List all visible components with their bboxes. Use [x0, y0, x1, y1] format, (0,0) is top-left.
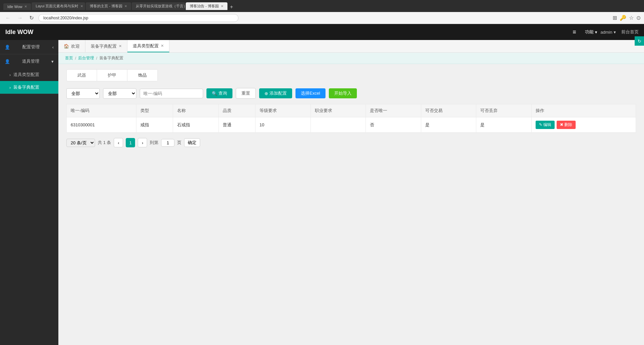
- account-icon[interactable]: ⊙: [636, 15, 641, 21]
- table-header: 唯一-编码 类型 名称 品质 等级要求 职业要求 是否唯一 可否交易 可否丢弃 …: [67, 104, 636, 117]
- type-filter-select[interactable]: 全部 戒指 项链 手镯: [66, 88, 100, 99]
- excel-btn-label: 选择Excel: [301, 90, 320, 96]
- data-table: 唯一-编码 类型 名称 品质 等级要求 职业要求 是否唯一 可否交易 可否丢弃 …: [66, 104, 636, 133]
- menu-button[interactable]: ≡: [573, 29, 576, 36]
- address-bar-input[interactable]: [38, 14, 238, 22]
- browser-tab-3-close[interactable]: ✕: [124, 4, 127, 8]
- reload-button[interactable]: ↻: [27, 14, 36, 22]
- add-btn-label: 添加配置: [269, 90, 287, 96]
- forward-button[interactable]: →: [15, 14, 25, 22]
- app-wrapper: Idle WOW ≡ 功能 ▾ admin ▾ 前台首页 👤 配置管理 ‹: [0, 24, 644, 345]
- action-buttons: ✎ 编辑 ✖ 删除: [536, 121, 632, 129]
- browser-tab-1-label: Idle Wow: [7, 5, 22, 9]
- delete-button[interactable]: ✖ 删除: [557, 121, 576, 129]
- cell-tradeable: 是: [421, 117, 476, 133]
- feature-menu[interactable]: 功能 ▾: [582, 28, 601, 36]
- sidebar-item-item-type-config[interactable]: › 道具类型配置: [0, 68, 58, 81]
- tab-equip-dict-label: 装备字典配置: [91, 43, 117, 49]
- unique-code-input[interactable]: [140, 89, 203, 98]
- pagination: 10 条/页 20 条/页 50 条/页 共 1 条 ‹ 1 › 到第 页 确定: [66, 138, 636, 147]
- sidebar-group-config-mgmt[interactable]: 👤 配置管理 ‹: [0, 40, 58, 54]
- cell-droppable: 是: [476, 117, 532, 133]
- tab-item-type[interactable]: 道具类型配置 ✕: [127, 40, 169, 52]
- browser-tab-3[interactable]: 博客的主页 - 博客园 ✕: [86, 2, 131, 10]
- browser-tab-2-close[interactable]: ✕: [80, 4, 83, 8]
- sidebar-config-mgmt-label: 配置管理: [22, 44, 40, 50]
- app-bar: Idle WOW ≡ 功能 ▾ admin ▾ 前台首页: [0, 24, 644, 40]
- add-icon: ⊕: [264, 91, 268, 96]
- tab-equip-dict[interactable]: 装备字典配置 ✕: [85, 40, 127, 52]
- sidebar-section-config: 👤 配置管理 ‹: [0, 40, 58, 54]
- browser-chrome: Idle Wow ✕ Layui 页面元素布局与实时 ✕ 博客的主页 - 博客园…: [0, 0, 644, 12]
- col-unique-code: 唯一-编码: [67, 104, 136, 117]
- breadcrumb-sep-2: /: [96, 56, 97, 61]
- cell-level-req: 10: [255, 117, 311, 133]
- breadcrumb-home[interactable]: 首页: [65, 55, 73, 61]
- sidebar-group-item-mgmt[interactable]: 👤 道具管理 ▾: [0, 54, 58, 68]
- page-confirm-button[interactable]: 确定: [184, 138, 200, 147]
- table-body: 6310300001 戒指 石戒指 普通 10 否 是 是 ✎ 编辑: [67, 117, 636, 133]
- filter-bar: 全部 戒指 项链 手镯 全部 普通 精良 史诗 🔍 查询: [66, 88, 636, 99]
- add-config-button[interactable]: ⊕ 添加配置: [259, 88, 292, 98]
- sidebar-section-item: 👤 道具管理 ▾ › 道具类型配置 › 装备字典配置: [0, 54, 58, 94]
- app-bar-right: admin ▾ 前台首页: [601, 29, 639, 35]
- page-size-select[interactable]: 10 条/页 20 条/页 50 条/页: [66, 139, 95, 147]
- next-page-button[interactable]: ›: [138, 138, 147, 147]
- browser-tab-4-label: 从零开始实现放置游戏（千言）: [136, 4, 185, 9]
- prev-page-button[interactable]: ‹: [114, 138, 123, 147]
- col-level-req: 等级要求: [255, 104, 311, 117]
- new-tab-button[interactable]: +: [228, 4, 235, 10]
- col-action: 操作: [531, 104, 636, 117]
- sidebar-item-mgmt-chevron: ▾: [51, 59, 54, 64]
- browser-tab-1-close[interactable]: ✕: [24, 5, 27, 8]
- star-icon[interactable]: ☆: [629, 15, 634, 21]
- reset-btn-label: 重置: [241, 90, 250, 96]
- table-header-row: 唯一-编码 类型 名称 品质 等级要求 职业要求 是否唯一 可否交易 可否丢弃 …: [67, 104, 636, 117]
- import-btn-label: 开始导入: [334, 90, 352, 96]
- page-1-button[interactable]: 1: [126, 138, 135, 147]
- chevron-right-icon-active: ›: [9, 85, 11, 90]
- goto-text: 到第: [150, 140, 158, 146]
- feature-label: 功能: [585, 29, 594, 35]
- cell-job-req: [310, 117, 366, 133]
- sidebar-item-mgmt-icon: 👤: [5, 59, 10, 64]
- page-input[interactable]: [161, 139, 174, 147]
- search-button[interactable]: 🔍 查询: [206, 88, 232, 98]
- app-logo: Idle WOW: [5, 29, 573, 36]
- tab-home[interactable]: 🏠 欢迎: [58, 40, 85, 52]
- edit-button[interactable]: ✎ 编辑: [536, 121, 555, 129]
- main-layout: 👤 配置管理 ‹ 👤 道具管理 ▾ › 道具类型配置 › 装备字: [0, 40, 644, 345]
- import-button[interactable]: 开始导入: [329, 88, 357, 98]
- sub-tab-weapon[interactable]: 武器: [67, 70, 97, 81]
- tab-bar: Idle Wow ✕ Layui 页面元素布局与实时 ✕ 博客的主页 - 博客园…: [3, 2, 641, 10]
- sidebar-item-equip-dict-config[interactable]: › 装备字典配置: [0, 81, 58, 94]
- reset-button[interactable]: 重置: [236, 88, 256, 99]
- sidebar: 👤 配置管理 ‹ 👤 道具管理 ▾ › 道具类型配置 › 装备字: [0, 40, 58, 345]
- frontend-home-link[interactable]: 前台首页: [621, 29, 639, 35]
- browser-tab-2[interactable]: Layui 页面元素布局与实时 ✕: [32, 2, 85, 10]
- key-icon[interactable]: 🔑: [620, 15, 626, 21]
- back-button[interactable]: ←: [3, 14, 13, 22]
- refresh-icon-button[interactable]: ↻: [635, 36, 644, 46]
- user-menu[interactable]: admin ▾: [601, 30, 616, 35]
- browser-addressbar: ← → ↻ ⊞ 🔑 ☆ ⊙: [0, 12, 644, 24]
- select-excel-button[interactable]: 选择Excel: [295, 88, 326, 98]
- grid-icon[interactable]: ⊞: [613, 15, 617, 21]
- tab-equip-dict-close[interactable]: ✕: [119, 44, 122, 48]
- browser-tab-4[interactable]: 从零开始实现放置游戏（千言） ✕: [132, 2, 185, 10]
- sub-tab-armor[interactable]: 护甲: [97, 70, 127, 81]
- breadcrumb-admin[interactable]: 后台管理: [78, 55, 94, 61]
- browser-tab-5[interactable]: 博客治告 - 博客园 ✕: [186, 2, 227, 10]
- browser-tab-1[interactable]: Idle Wow ✕: [3, 3, 31, 10]
- col-quality: 品质: [219, 104, 255, 117]
- col-name: 名称: [173, 104, 219, 117]
- tab-item-type-close[interactable]: ✕: [161, 44, 164, 48]
- table-row: 6310300001 戒指 石戒指 普通 10 否 是 是 ✎ 编辑: [67, 117, 636, 133]
- browser-tab-5-close[interactable]: ✕: [221, 4, 223, 8]
- quality-filter-select[interactable]: 全部 普通 精良 史诗: [103, 88, 136, 99]
- tab-home-label: 欢迎: [71, 43, 80, 49]
- cell-name: 石戒指: [173, 117, 219, 133]
- breadcrumb: 首页 / 后台管理 / 装备字典配置: [58, 53, 644, 64]
- col-type: 类型: [136, 104, 173, 117]
- sub-tab-jewelry[interactable]: 饰品: [127, 70, 157, 81]
